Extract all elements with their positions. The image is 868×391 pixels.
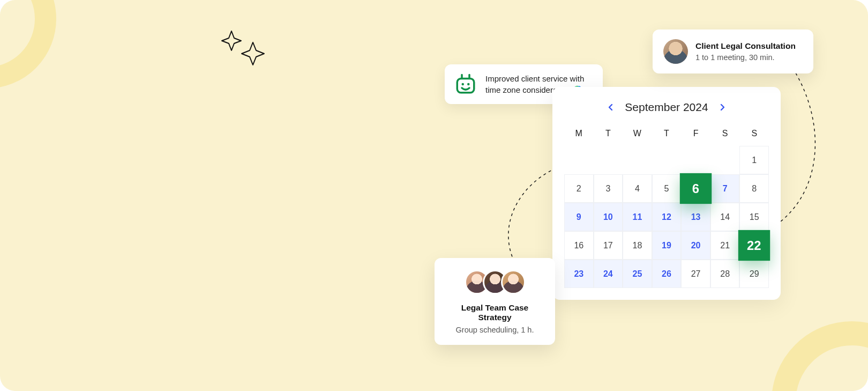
- calendar-day-cell[interactable]: 12: [652, 203, 682, 231]
- event-title: Legal Team Case Strategy: [444, 303, 545, 322]
- bot-smile-icon: [454, 73, 477, 95]
- calendar-day-cell[interactable]: 14: [710, 203, 740, 231]
- calendar-day-cell[interactable]: 10: [594, 203, 623, 231]
- calendar-dow-cell: T: [652, 123, 682, 146]
- calendar-day-cell[interactable]: 16: [564, 231, 594, 260]
- calendar-day-cell[interactable]: 3: [594, 174, 623, 203]
- calendar-empty-cell: [710, 146, 740, 174]
- calendar-day-cell[interactable]: 26: [652, 260, 682, 288]
- calendar-day-cell[interactable]: 27: [681, 260, 710, 288]
- calendar-empty-cell: [623, 146, 652, 174]
- calendar-dow-cell: S: [739, 123, 769, 146]
- calendar-day-cell[interactable]: 23: [564, 260, 594, 288]
- event-card-consultation[interactable]: Client Legal Consultation 1 to 1 meeting…: [653, 29, 813, 73]
- calendar-day-cell[interactable]: 18: [623, 231, 652, 260]
- calendar-day-cell[interactable]: 2: [564, 174, 594, 203]
- avatar: [501, 270, 526, 294]
- svg-point-4: [467, 83, 470, 86]
- calendar-days-grid: 1234567891011121314151617181920212223242…: [564, 146, 769, 288]
- calendar-day-cell[interactable]: 13: [681, 203, 710, 231]
- calendar-day-cell[interactable]: 19: [652, 231, 682, 260]
- event-subtitle: Group scheduling, 1 h.: [444, 326, 545, 334]
- chevron-left-icon: [607, 104, 615, 111]
- calendar-day-cell[interactable]: 21: [710, 231, 740, 260]
- svg-point-3: [461, 83, 464, 86]
- calendar-header: September 2024: [564, 101, 769, 114]
- calendar-dow-row: MTWTFSS: [564, 123, 769, 146]
- event-title: Client Legal Consultation: [695, 41, 796, 51]
- calendar-day-cell[interactable]: 29: [739, 260, 769, 288]
- calendar-day-cell[interactable]: 28: [710, 260, 740, 288]
- calendar-day-cell[interactable]: 7: [710, 174, 740, 203]
- calendar-empty-cell: [564, 146, 594, 174]
- sparkle-icon: [220, 29, 268, 67]
- calendar-dow-cell: M: [564, 123, 594, 146]
- calendar-prev-button[interactable]: [604, 101, 617, 114]
- avatar: [663, 39, 688, 64]
- hero-canvas: Improved client service with time zone c…: [0, 0, 868, 391]
- decorative-circle: [772, 321, 868, 391]
- calendar-day-cell[interactable]: 17: [594, 231, 623, 260]
- calendar-dow-cell: T: [594, 123, 623, 146]
- calendar-dow-cell: F: [681, 123, 710, 146]
- calendar-day-cell[interactable]: 24: [594, 260, 623, 288]
- calendar-day-cell[interactable]: 11: [623, 203, 652, 231]
- event-subtitle: 1 to 1 meeting, 30 min.: [695, 53, 796, 62]
- calendar-empty-cell: [681, 146, 710, 174]
- calendar-day-cell[interactable]: 9: [564, 203, 594, 231]
- decorative-circle: [0, 0, 56, 88]
- calendar-day-cell[interactable]: 20: [681, 231, 710, 260]
- chevron-right-icon: [719, 104, 726, 111]
- calendar-next-button[interactable]: [716, 101, 729, 114]
- calendar-month-label: September 2024: [625, 101, 708, 114]
- calendar-day-cell[interactable]: 15: [739, 203, 769, 231]
- calendar-day-cell[interactable]: 1: [739, 146, 769, 174]
- calendar-day-cell[interactable]: 6: [680, 173, 712, 204]
- calendar-empty-cell: [652, 146, 682, 174]
- calendar-empty-cell: [594, 146, 623, 174]
- calendar-dow-cell: W: [623, 123, 652, 146]
- event-card-team-strategy[interactable]: Legal Team Case Strategy Group schedulin…: [435, 258, 555, 345]
- calendar: September 2024 MTWTFSS 12345678910111213…: [552, 87, 781, 300]
- calendar-day-cell[interactable]: 4: [623, 174, 652, 203]
- calendar-day-cell[interactable]: 5: [652, 174, 682, 203]
- avatar-stack: [444, 270, 545, 294]
- calendar-dow-cell: S: [710, 123, 740, 146]
- calendar-day-cell[interactable]: 22: [738, 230, 770, 261]
- calendar-day-cell[interactable]: 8: [739, 174, 769, 203]
- calendar-day-cell[interactable]: 25: [623, 260, 652, 288]
